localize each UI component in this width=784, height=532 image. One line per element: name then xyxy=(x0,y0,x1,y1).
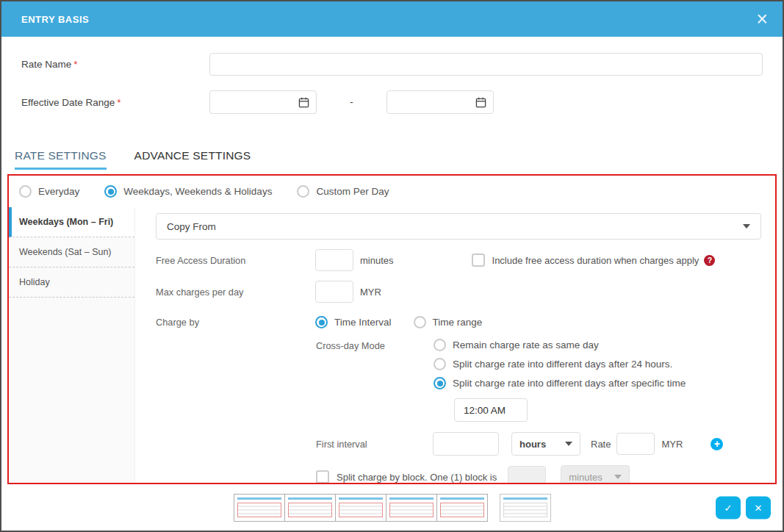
radio-split-after-24-hours[interactable]: Split charge rate into different days af… xyxy=(434,358,686,370)
radio-label: Custom Per Day xyxy=(316,186,389,197)
screenshot-thumbnail[interactable] xyxy=(500,494,551,522)
screenshot-thumbnail[interactable] xyxy=(436,494,488,522)
settings-tabs: RATE SETTINGS ADVANCE SETTINGS xyxy=(1,129,783,170)
screenshot-thumbnail[interactable] xyxy=(284,494,336,522)
rate-currency: MYR xyxy=(661,439,683,450)
cancel-button[interactable]: ✕ xyxy=(746,496,771,519)
date-separator: - xyxy=(350,96,353,108)
radio-selected-icon xyxy=(315,316,328,328)
modal-title: ENTRY BASIS xyxy=(21,14,89,25)
charge-by-label: Charge by xyxy=(156,317,315,328)
copy-from-label: Copy From xyxy=(167,221,216,232)
radio-everyday[interactable]: Everyday xyxy=(19,185,79,198)
charge-by-row: Charge by Time Interval Time range xyxy=(156,316,761,328)
sidebar-item-holiday[interactable]: Holiday xyxy=(9,267,134,298)
rate-input[interactable] xyxy=(616,433,655,455)
radio-label: Time Interval xyxy=(334,317,392,328)
top-form: Rate Name* Effective Date Range* - xyxy=(1,37,783,129)
copy-from-dropdown[interactable]: Copy From xyxy=(156,213,761,240)
checkbox-label: Split charge by block. One (1) block is xyxy=(337,472,497,483)
screenshot-thumbnail[interactable] xyxy=(386,494,437,522)
thumbnail-strip xyxy=(234,494,551,522)
radio-selected-icon xyxy=(104,185,117,198)
calendar-icon[interactable] xyxy=(475,97,486,108)
chevron-down-icon xyxy=(743,224,750,229)
block-size-input xyxy=(508,466,546,483)
rate-name-label: Rate Name* xyxy=(21,59,209,70)
cross-day-mode-section: Cross-day Mode Remain charge rate as sam… xyxy=(316,339,761,422)
radio-icon xyxy=(414,316,426,328)
tab-advance-settings[interactable]: ADVANCE SETTINGS xyxy=(134,149,251,170)
add-interval-icon[interactable]: + xyxy=(711,438,723,450)
rate-name-input[interactable] xyxy=(209,53,763,76)
block-unit-dropdown: minutes xyxy=(561,465,630,483)
radio-custom-per-day[interactable]: Custom Per Day xyxy=(297,185,389,198)
screenshot-thumbnail[interactable] xyxy=(234,494,285,522)
modal-footer: ✓ ✕ xyxy=(1,484,783,531)
date-range-row: Effective Date Range* - xyxy=(21,90,763,114)
radio-label: Split charge rate into different days af… xyxy=(453,359,672,370)
close-icon[interactable]: × xyxy=(756,10,768,29)
radio-remain-same-day[interactable]: Remain charge rate as same day xyxy=(434,339,686,351)
charge-by-options: Time Interval Time range xyxy=(315,316,482,328)
confirm-button[interactable]: ✓ xyxy=(716,496,741,519)
radio-icon xyxy=(434,339,446,351)
footer-buttons: ✓ ✕ xyxy=(716,496,771,519)
radio-selected-icon xyxy=(434,377,446,389)
free-access-label: Free Access Duration xyxy=(156,255,315,266)
rate-name-label-text: Rate Name xyxy=(21,59,71,70)
date-range-label: Effective Date Range* xyxy=(21,97,209,108)
radio-label: Split charge rate into different days af… xyxy=(453,378,686,389)
free-access-input[interactable] xyxy=(315,249,353,271)
entry-basis-modal: ENTRY BASIS × Rate Name* Effective Date … xyxy=(0,0,784,532)
checkbox-icon xyxy=(472,254,485,267)
rate-name-row: Rate Name* xyxy=(21,53,763,76)
radio-icon xyxy=(297,185,309,198)
radio-time-range[interactable]: Time range xyxy=(414,316,483,328)
checkbox-label: Include free access duration when charge… xyxy=(492,255,700,266)
free-access-unit: minutes xyxy=(360,255,394,266)
chevron-down-icon xyxy=(614,475,622,479)
radio-icon xyxy=(434,358,446,370)
date-range-label-text: Effective Date Range xyxy=(21,97,115,108)
calendar-icon[interactable] xyxy=(298,97,309,108)
cross-day-mode-label: Cross-day Mode xyxy=(316,339,434,422)
date-start-input[interactable] xyxy=(217,96,298,109)
first-interval-label: First interval xyxy=(316,439,433,450)
sidebar-item-weekdays[interactable]: Weekdays (Mon – Fri) xyxy=(9,207,134,237)
checkbox-icon xyxy=(316,470,329,483)
required-asterisk: * xyxy=(117,97,121,108)
max-charges-input[interactable] xyxy=(315,281,353,303)
screenshot-thumbnail[interactable] xyxy=(335,494,386,522)
chevron-down-icon xyxy=(565,442,572,446)
date-start-field[interactable] xyxy=(209,90,317,114)
sidebar-item-weekends[interactable]: Weekends (Sat – Sun) xyxy=(9,237,134,267)
interval-unit-value: hours xyxy=(519,439,546,450)
max-charges-row: Max charges per day MYR xyxy=(156,281,761,303)
help-icon[interactable]: ? xyxy=(704,255,715,266)
radio-weekdays-weekends-holidays[interactable]: Weekdays, Weekends & Holidays xyxy=(104,185,272,198)
day-mode-options: Everyday Weekdays, Weekends & Holidays C… xyxy=(9,176,775,207)
include-free-access-checkbox[interactable]: Include free access duration when charge… xyxy=(472,254,716,267)
radio-label: Everyday xyxy=(38,186,79,197)
panel-body: Weekdays (Mon – Fri) Weekends (Sat – Sun… xyxy=(9,207,775,483)
specific-time-input[interactable] xyxy=(454,398,528,422)
rate-label: Rate xyxy=(591,439,611,450)
rate-settings-panel: Everyday Weekdays, Weekends & Holidays C… xyxy=(7,174,777,484)
day-settings-content: Copy From Free Access Duration minutes I… xyxy=(135,207,775,483)
split-block-checkbox[interactable]: Split charge by block. One (1) block is xyxy=(316,470,497,483)
free-access-row: Free Access Duration minutes Include fre… xyxy=(156,249,761,271)
required-asterisk: * xyxy=(73,59,77,70)
first-interval-input[interactable] xyxy=(433,432,499,456)
radio-label: Weekdays, Weekends & Holidays xyxy=(123,186,272,197)
radio-label: Time range xyxy=(433,317,483,328)
modal-header: ENTRY BASIS × xyxy=(1,1,783,37)
radio-split-after-specific-time[interactable]: Split charge rate into different days af… xyxy=(434,377,686,389)
radio-time-interval[interactable]: Time Interval xyxy=(315,316,392,328)
tab-rate-settings[interactable]: RATE SETTINGS xyxy=(15,149,107,170)
date-end-input[interactable] xyxy=(395,96,475,109)
date-end-field[interactable] xyxy=(386,90,494,114)
split-block-row: Split charge by block. One (1) block is … xyxy=(316,465,761,483)
max-charges-unit: MYR xyxy=(360,287,381,298)
interval-unit-dropdown[interactable]: hours xyxy=(511,432,580,456)
